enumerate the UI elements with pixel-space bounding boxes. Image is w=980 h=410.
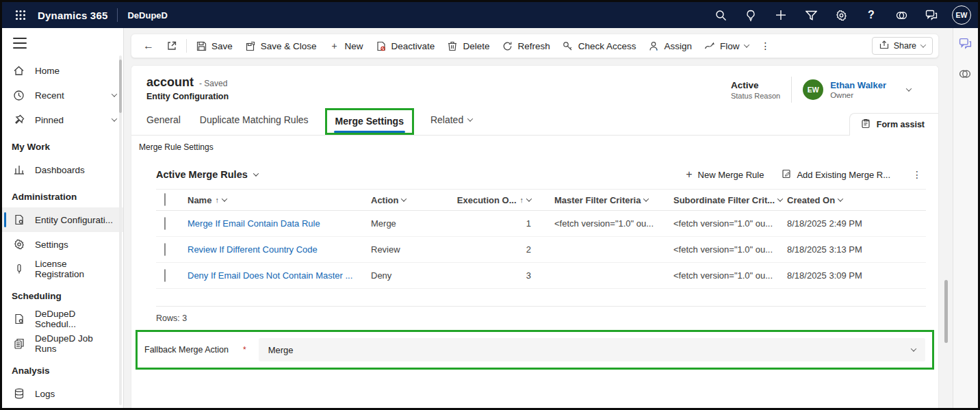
form-assist-icon bbox=[861, 118, 871, 131]
delete-button[interactable]: Delete bbox=[441, 36, 495, 55]
column-header-execution-order[interactable]: Execution O... ↑ bbox=[452, 195, 554, 205]
comments-icon[interactable] bbox=[959, 38, 972, 51]
back-button[interactable]: ← bbox=[137, 36, 160, 55]
tab-general[interactable]: General bbox=[146, 109, 181, 134]
fallback-merge-action-dropdown[interactable]: Merge bbox=[259, 338, 925, 361]
table-row[interactable]: Review If Different Country Code Review … bbox=[156, 237, 926, 263]
owner-name-link[interactable]: Ethan Walker bbox=[830, 80, 886, 90]
right-side-rail bbox=[953, 28, 978, 408]
sidebar-item-dedupe-scheduler[interactable]: DeDupeD Schedul... bbox=[2, 307, 123, 331]
lightbulb-icon[interactable] bbox=[736, 2, 766, 28]
share-icon bbox=[879, 40, 889, 51]
main-scrollbar-thumb[interactable] bbox=[944, 280, 948, 343]
column-header-subordinate-filter[interactable]: Subordinate Filter Crit... bbox=[673, 195, 787, 205]
settings-gear-icon[interactable] bbox=[826, 2, 856, 28]
form-assist-button[interactable]: Form assist bbox=[849, 113, 938, 136]
trash-icon bbox=[447, 40, 458, 51]
plus-icon: + bbox=[329, 40, 340, 51]
app-launcher-waffle-icon[interactable] bbox=[10, 5, 31, 25]
feedback-icon[interactable] bbox=[916, 2, 946, 28]
table-row[interactable]: Deny If Email Does Not Contain Master ..… bbox=[156, 263, 926, 289]
column-header-action[interactable]: Action bbox=[371, 195, 452, 205]
column-header-name[interactable]: Name ↑ bbox=[188, 195, 371, 205]
sidebar-item-home[interactable]: Home bbox=[2, 58, 123, 83]
tab-duplicate-matching-rules[interactable]: Duplicate Matching Rules bbox=[200, 109, 309, 134]
help-icon[interactable]: ? bbox=[856, 2, 886, 28]
dashboard-icon bbox=[13, 164, 25, 176]
add-existing-merge-rule-button[interactable]: Add Existing Merge R... bbox=[782, 169, 890, 181]
sidebar-group-my-work: My Work bbox=[2, 132, 123, 157]
sidebar-item-label: Pinned bbox=[35, 115, 64, 125]
sidebar-item-logs[interactable]: Logs bbox=[2, 381, 123, 406]
sidebar-item-dashboards[interactable]: Dashboards bbox=[2, 157, 123, 182]
assign-button[interactable]: Assign bbox=[643, 36, 699, 55]
sidebar-group-administration: Administration bbox=[2, 182, 123, 207]
save-button[interactable]: Save bbox=[190, 36, 239, 55]
share-button[interactable]: Share bbox=[872, 37, 933, 55]
header-expand-chevron-icon[interactable] bbox=[906, 86, 912, 91]
flow-button[interactable]: Flow bbox=[698, 36, 755, 55]
view-selector[interactable]: Active Merge Rules bbox=[156, 169, 258, 180]
command-bar: ← Save Save & Close + New bbox=[131, 34, 939, 58]
merge-rule-name-link[interactable]: Deny If Email Does Not Contain Master ..… bbox=[188, 270, 371, 281]
sidebar-item-recent[interactable]: Recent bbox=[2, 83, 123, 107]
sidebar-item-label: DeDupeD Job Runs bbox=[35, 333, 116, 354]
add-icon[interactable] bbox=[766, 2, 796, 28]
grid-more-commands-icon[interactable]: ⋮ bbox=[908, 169, 926, 180]
form-card: account - Saved Entity Configuration Act… bbox=[131, 65, 939, 408]
tab-related[interactable]: Related bbox=[430, 109, 472, 134]
filter-icon[interactable] bbox=[796, 2, 826, 28]
deactivate-button[interactable]: Deactivate bbox=[370, 36, 441, 55]
search-icon[interactable] bbox=[706, 2, 736, 28]
topbar-actions: ? EW bbox=[706, 2, 971, 28]
sidebar-scrollbar-thumb[interactable] bbox=[119, 60, 122, 113]
sidebar-item-label: Logs bbox=[35, 389, 55, 399]
sidebar-item-license-registration[interactable]: License Registration bbox=[2, 257, 123, 281]
user-avatar[interactable]: EW bbox=[952, 5, 971, 25]
section-label: Merge Rule Settings bbox=[138, 142, 930, 152]
save-icon bbox=[196, 40, 207, 51]
save-and-close-button[interactable]: Save & Close bbox=[239, 36, 323, 55]
new-button[interactable]: + New bbox=[323, 36, 370, 55]
collapse-sidebar-icon[interactable] bbox=[13, 38, 27, 49]
tab-merge-settings[interactable]: Merge Settings bbox=[334, 112, 405, 133]
merge-rule-name-link[interactable]: Merge If Email Contain Data Rule bbox=[188, 218, 371, 229]
sidebar-item-dedupe-job-runs[interactable]: DeDupeD Job Runs bbox=[2, 331, 123, 356]
app-name[interactable]: DeDupeD bbox=[127, 10, 168, 21]
row-checkbox[interactable] bbox=[164, 217, 166, 230]
sidebar-group-analysis: Analysis bbox=[2, 356, 123, 381]
refresh-button[interactable]: Refresh bbox=[495, 36, 556, 55]
table-row[interactable]: Merge If Email Contain Data Rule Merge 1… bbox=[156, 211, 926, 237]
merge-settings-tab-body: Merge Rule Settings Active Merge Rules +… bbox=[131, 136, 938, 408]
sidebar-item-entity-configuration[interactable]: Entity Configurati... bbox=[2, 207, 123, 232]
popout-icon[interactable] bbox=[160, 36, 183, 55]
select-all-checkbox[interactable] bbox=[164, 193, 166, 206]
sidebar-item-label: License Registration bbox=[35, 259, 116, 279]
row-checkbox[interactable] bbox=[164, 243, 166, 256]
column-header-created-on[interactable]: Created On bbox=[787, 195, 926, 205]
entity-configuration-icon bbox=[13, 214, 25, 226]
status-label: Status Reason bbox=[731, 92, 780, 100]
copilot-icon[interactable] bbox=[886, 2, 916, 28]
chevron-down-icon bbox=[467, 116, 473, 121]
column-header-master-filter[interactable]: Master Filter Criteria bbox=[554, 195, 673, 205]
check-access-button[interactable]: Check Access bbox=[556, 36, 643, 55]
new-merge-rule-button[interactable]: + New Merge Rule bbox=[686, 168, 764, 181]
more-commands-button[interactable]: ⋮ bbox=[755, 36, 777, 55]
fallback-merge-action-label: Fallback Merge Action bbox=[144, 345, 242, 355]
assign-person-icon bbox=[649, 40, 660, 51]
merge-rule-name-link[interactable]: Review If Different Country Code bbox=[188, 244, 371, 255]
copilot-side-icon[interactable] bbox=[959, 68, 972, 81]
chevron-down-icon[interactable] bbox=[112, 91, 117, 97]
sidebar-group-scheduling: Scheduling bbox=[2, 281, 123, 307]
chevron-down-icon[interactable] bbox=[112, 116, 117, 121]
scheduler-icon bbox=[13, 313, 25, 325]
owner-field[interactable]: EW Ethan Walker Owner bbox=[803, 79, 886, 100]
home-icon bbox=[13, 65, 25, 77]
topbar-divider bbox=[117, 8, 118, 22]
row-checkbox[interactable] bbox=[164, 269, 166, 282]
brand-title[interactable]: Dynamics 365 bbox=[38, 10, 107, 21]
sidebar-item-label: Dashboards bbox=[35, 165, 85, 175]
sidebar-item-pinned[interactable]: Pinned bbox=[2, 107, 123, 132]
sidebar-item-settings[interactable]: Settings bbox=[2, 232, 123, 257]
